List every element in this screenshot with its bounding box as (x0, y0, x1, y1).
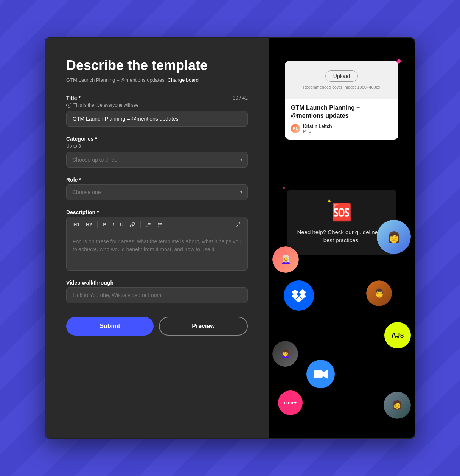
h2-button[interactable]: H2 (84, 220, 95, 229)
categories-label: Categories * (66, 136, 97, 142)
avatar-1-img: 👩‍🦳 (272, 246, 299, 273)
avatar-1: 👩‍🦳 (272, 246, 299, 273)
title-counter: 39 / 42 (233, 95, 248, 101)
role-select[interactable] (66, 184, 248, 200)
role-field-group: Role * ▾ Choose one (66, 177, 248, 200)
title-field-header: Title * 39 / 42 (66, 95, 248, 101)
avatar-2-img: 👩 (377, 220, 411, 254)
categories-select-wrapper: ▾ Choose up to three (66, 152, 248, 168)
hued-badge: HUED ⇒ (278, 390, 303, 415)
title-label: Title * (66, 95, 81, 101)
title-field-group: Title * 39 / 42 i This is the title ever… (66, 95, 248, 127)
sparkle-pink-icon: ✦ (395, 55, 403, 68)
italic-button[interactable]: I (110, 220, 117, 229)
description-editor-body[interactable]: Focus on these four areas: what the temp… (67, 232, 247, 270)
toolbar-separator-2 (140, 221, 141, 228)
svg-rect-14 (314, 370, 323, 378)
svg-point-9 (158, 223, 159, 224)
zoom-icon (306, 360, 335, 388)
categories-select[interactable] (66, 152, 248, 168)
bold-button[interactable]: B (101, 220, 109, 229)
svg-point-11 (158, 226, 159, 226)
left-panel: Describe the template GTM Launch Plannin… (45, 38, 269, 438)
underline-button[interactable]: U (118, 220, 126, 229)
hued-arrow: ⇒ (293, 400, 297, 405)
description-field-header: Description * (66, 209, 248, 215)
ajs-text: AJs (391, 331, 404, 339)
modal-container: Describe the template GTM Launch Plannin… (45, 37, 415, 439)
categories-field-group: Categories * Up to 3 ▾ Choose up to thre… (66, 136, 248, 168)
svg-line-13 (236, 225, 238, 227)
avatar-2: 👩 (377, 220, 411, 254)
info-icon: i (66, 103, 71, 108)
floating-elements: ✦ ✦ ✦ 👩‍🦳 👩 (269, 38, 415, 438)
video-field-header: Video walkthrough (66, 280, 248, 286)
description-label: Description * (66, 209, 99, 215)
svg-point-10 (158, 224, 159, 225)
svg-line-12 (238, 222, 240, 224)
expand-button[interactable] (233, 221, 243, 229)
avatar-3-img: 👨 (366, 280, 392, 306)
breadcrumb-row: GTM Launch Planning – @mentions updates … (66, 77, 248, 83)
sparkle-pink2-icon: ✦ (282, 185, 286, 191)
role-field-header: Role * (66, 177, 248, 183)
ordered-list-button[interactable]: 1 2 3 (144, 221, 154, 229)
toolbar-separator-1 (97, 221, 98, 228)
title-hint: i This is the title everyone will see (66, 103, 248, 108)
description-field-group: Description * H1 H2 B I U (66, 209, 248, 271)
preview-button[interactable]: Preview (159, 317, 248, 336)
video-label: Video walkthrough (66, 280, 113, 286)
avatar-5-img: 🧔 (384, 392, 411, 419)
breadcrumb-text: GTM Launch Planning – @mentions updates (66, 77, 165, 83)
link-button[interactable] (127, 221, 137, 229)
submit-button[interactable]: Submit (66, 317, 154, 336)
editor-toolbar: H1 H2 B I U (67, 217, 247, 232)
ajs-badge: AJs (384, 322, 411, 348)
avatar-5: 🧔 (384, 392, 411, 419)
title-input[interactable] (66, 111, 248, 127)
description-editor: H1 H2 B I U (66, 217, 248, 271)
avatar-3: 👨 (366, 280, 392, 306)
title-hint-text: This is the title everyone will see (73, 103, 138, 108)
unordered-list-button[interactable] (155, 221, 165, 229)
role-select-wrapper: ▾ Choose one (66, 184, 248, 200)
role-label: Role * (66, 177, 81, 183)
avatar-4: 👩‍🦱 (272, 341, 298, 367)
svg-text:3: 3 (146, 225, 148, 227)
categories-field-header: Categories * (66, 136, 248, 142)
right-panel: Upload Recommended cover image: 1080×480… (269, 38, 415, 438)
change-board-link[interactable]: Change board (168, 77, 199, 83)
h1-button[interactable]: H1 (71, 220, 82, 229)
hued-text: HUED (284, 401, 293, 405)
dropbox-icon (284, 280, 314, 311)
avatar-4-img: 👩‍🦱 (272, 341, 298, 367)
video-field-group: Video walkthrough (66, 280, 248, 303)
video-input[interactable] (66, 287, 248, 303)
page-title: Describe the template (66, 57, 248, 73)
button-row: Submit Preview (66, 317, 248, 336)
categories-sublabel: Up to 3 (66, 143, 248, 149)
